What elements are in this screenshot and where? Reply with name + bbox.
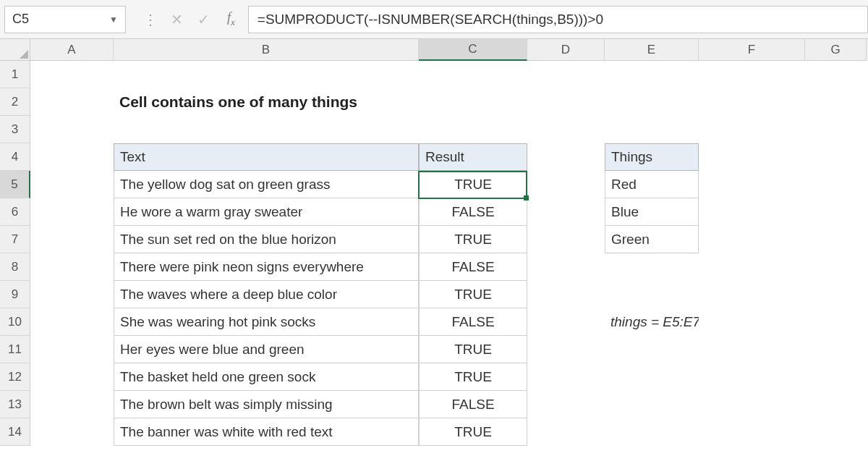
table-row-result[interactable]: FALSE [419, 198, 527, 226]
cell[interactable] [527, 143, 605, 171]
cell[interactable] [30, 281, 114, 308]
cell[interactable] [805, 418, 867, 446]
cell[interactable] [805, 226, 867, 253]
cell[interactable] [805, 281, 867, 308]
row-header[interactable]: 14 [0, 418, 30, 446]
cell[interactable] [527, 281, 605, 308]
table-row-result[interactable]: TRUE [419, 226, 527, 253]
table-row[interactable]: The basket held one green sock [114, 363, 419, 391]
cell[interactable] [30, 171, 114, 198]
table-row-result[interactable]: TRUE [419, 171, 527, 198]
table-row[interactable]: He wore a warm gray sweater [114, 198, 419, 226]
dropdown-icon[interactable]: ▼ [109, 14, 118, 25]
named-range-note[interactable]: things = E5:E7 [605, 308, 699, 336]
cell[interactable] [805, 88, 867, 116]
cell[interactable] [699, 418, 805, 446]
cell[interactable] [805, 116, 867, 143]
cell[interactable] [527, 308, 605, 336]
table-row[interactable]: The sun set red on the blue horizon [114, 226, 419, 253]
formula-input[interactable]: =SUMPRODUCT(--ISNUMBER(SEARCH(things,B5)… [248, 6, 868, 33]
cell[interactable] [419, 116, 527, 143]
table-row[interactable]: The brown belt was simply missing [114, 391, 419, 418]
table-row[interactable]: Her eyes were blue and green [114, 336, 419, 363]
cell[interactable] [699, 308, 805, 336]
table-row[interactable]: There were pink neon signs everywhere [114, 253, 419, 281]
row-header[interactable]: 8 [0, 253, 30, 281]
cell[interactable] [805, 61, 867, 88]
cell[interactable] [527, 391, 605, 418]
cell[interactable] [527, 253, 605, 281]
cell[interactable] [805, 391, 867, 418]
row-header[interactable]: 2 [0, 88, 30, 116]
cell[interactable] [30, 308, 114, 336]
enter-icon[interactable]: ✓ [197, 11, 210, 28]
cell[interactable] [605, 88, 699, 116]
cell[interactable] [605, 116, 699, 143]
cell[interactable] [527, 363, 605, 391]
things-item[interactable]: Blue [605, 198, 699, 226]
cell[interactable] [805, 198, 867, 226]
cell[interactable] [605, 281, 699, 308]
cell[interactable] [527, 226, 605, 253]
table-row-result[interactable]: TRUE [419, 418, 527, 446]
things-item[interactable]: Red [605, 171, 699, 198]
cell[interactable] [30, 143, 114, 171]
select-all-triangle[interactable] [0, 39, 30, 61]
cell[interactable] [805, 171, 867, 198]
row-header[interactable]: 4 [0, 143, 30, 171]
cell[interactable] [30, 226, 114, 253]
cell[interactable] [30, 418, 114, 446]
col-header-A[interactable]: A [30, 39, 114, 61]
col-header-C[interactable]: C [419, 39, 527, 61]
cell[interactable] [699, 226, 805, 253]
table-header-result[interactable]: Result [419, 143, 527, 171]
cell[interactable] [30, 88, 114, 116]
cell[interactable] [805, 253, 867, 281]
cell[interactable] [30, 363, 114, 391]
row-header[interactable]: 11 [0, 336, 30, 363]
table-row[interactable]: The banner was white with red text [114, 418, 419, 446]
table-row-result[interactable]: FALSE [419, 253, 527, 281]
cell[interactable] [419, 88, 527, 116]
cell[interactable] [805, 363, 867, 391]
col-header-E[interactable]: E [605, 39, 699, 61]
col-header-F[interactable]: F [699, 39, 805, 61]
row-header[interactable]: 5 [0, 171, 30, 198]
table-row-result[interactable]: FALSE [419, 308, 527, 336]
cell[interactable] [699, 88, 805, 116]
col-header-B[interactable]: B [114, 39, 419, 61]
cell[interactable] [527, 116, 605, 143]
cell[interactable] [30, 198, 114, 226]
cell[interactable] [805, 143, 867, 171]
cell[interactable] [114, 116, 419, 143]
drag-handle-icon[interactable]: ⋮ [143, 11, 156, 28]
col-header-D[interactable]: D [527, 39, 605, 61]
cell[interactable] [699, 198, 805, 226]
cell[interactable] [605, 336, 699, 363]
things-header[interactable]: Things [605, 143, 699, 171]
spreadsheet-grid[interactable]: A B C D E F G 1 2 Cell contains one of m… [0, 39, 868, 446]
row-header[interactable]: 9 [0, 281, 30, 308]
cell[interactable] [699, 336, 805, 363]
cell[interactable] [30, 336, 114, 363]
cell[interactable] [114, 61, 419, 88]
cell[interactable] [605, 363, 699, 391]
cell[interactable] [699, 143, 805, 171]
cell[interactable] [699, 171, 805, 198]
table-header-text[interactable]: Text [114, 143, 419, 171]
row-header[interactable]: 1 [0, 61, 30, 88]
cell[interactable] [419, 61, 527, 88]
cell[interactable] [527, 61, 605, 88]
cell[interactable] [527, 171, 605, 198]
cell[interactable] [30, 116, 114, 143]
cell[interactable] [699, 391, 805, 418]
cell[interactable] [527, 418, 605, 446]
cell[interactable] [699, 253, 805, 281]
cell[interactable] [699, 281, 805, 308]
cell[interactable] [699, 61, 805, 88]
things-item[interactable]: Green [605, 226, 699, 253]
cell[interactable] [605, 418, 699, 446]
table-row[interactable]: The waves where a deep blue color [114, 281, 419, 308]
cancel-icon[interactable]: ✕ [171, 11, 183, 28]
cell[interactable] [605, 253, 699, 281]
